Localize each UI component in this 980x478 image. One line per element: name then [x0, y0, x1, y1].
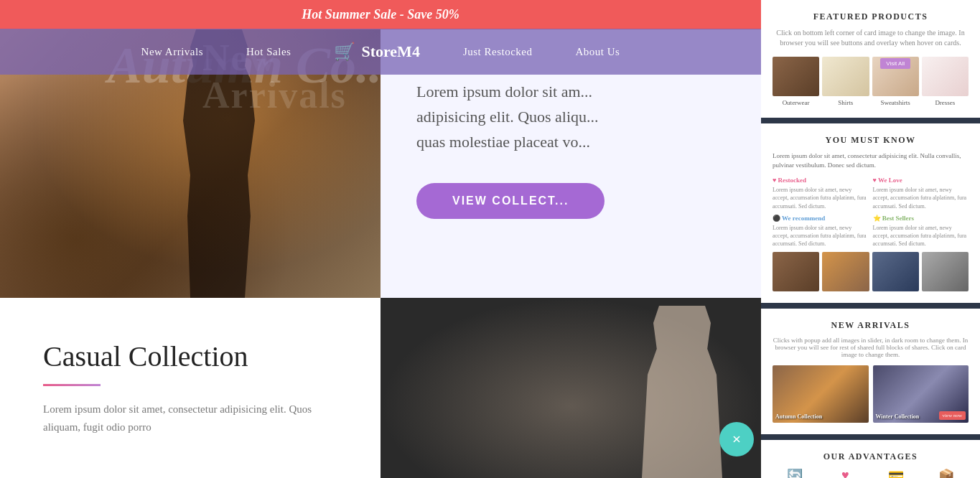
new-arrivals-panel-title: NEW ARRIVALS: [773, 320, 969, 331]
must-know-restocked-text: Lorem ipsum dolor sit amet, newy accept,…: [773, 186, 869, 210]
returns-icon: 📦: [924, 468, 969, 478]
featured-title: FEATURED PRODUCTS: [773, 11, 969, 22]
casual-collection-panel: Casual Collection Lorem ipsum dolor sit …: [0, 298, 381, 478]
must-know-recommend-label: ⚫ We recommend: [773, 215, 869, 222]
shirts-thumb: [822, 57, 869, 96]
dresses-label: Dresses: [922, 99, 969, 106]
close-button[interactable]: ×: [719, 422, 754, 456]
dresses-thumb: [922, 57, 969, 96]
credit-icon: 💳: [874, 468, 918, 478]
sweatshirts-thumb: Visit All: [872, 57, 919, 96]
bottom-section: Casual Collection Lorem ipsum dolor sit …: [0, 298, 761, 478]
must-know-we-love-text: Lorem ipsum dolor sit amet, newy accept,…: [873, 186, 969, 210]
advantage-credit: 💳 Easy CreditPayments: [874, 468, 918, 478]
delivery-icon: 🔄: [773, 468, 817, 478]
arrivals-subtitle: Clicks with popup add all images in slid…: [773, 337, 969, 358]
must-know-grid: ♥ Restocked Lorem ipsum dolor sit amet, …: [773, 177, 969, 248]
advantages-section: OUR ADVANTAGES 🔄 Free & FastDelivery ♥ W…: [761, 440, 980, 478]
must-know-images: [773, 252, 969, 291]
advantage-delivery: 🔄 Free & FastDelivery: [773, 468, 817, 478]
featured-item-outwear[interactable]: Outerwear: [773, 57, 819, 106]
must-know-we-love-label: ♥ We Love: [873, 177, 969, 184]
site-logo[interactable]: 🛒 StoreM4: [334, 42, 419, 62]
promo-text: Hot Summer Sale - Save 50%: [302, 7, 459, 22]
must-know-recommend: ⚫ We recommend Lorem ipsum dolor sit ame…: [773, 215, 869, 248]
divider: [43, 384, 101, 386]
arrivals-autumn[interactable]: Autumn Collection: [773, 365, 869, 423]
logo-text: StoreM4: [361, 42, 419, 61]
nav-new-arrivals[interactable]: New Arrivals: [141, 46, 203, 58]
view-now-button[interactable]: view now: [939, 411, 966, 420]
navbar: New Arrivals Hot Sales 🛒 StoreM4 Just Re…: [0, 29, 761, 75]
casual-collection-title: Casual Collection: [43, 339, 337, 373]
sweatshirts-label: Sweatshirts: [872, 99, 919, 106]
new-arrivals-panel-section: NEW ARRIVALS Clicks with popup add all i…: [761, 309, 980, 434]
right-panel: FEATURED PRODUCTS Click on bottom left c…: [761, 0, 980, 478]
casual-collection-text: Lorem ipsum dolor sit amet, consectetur …: [43, 400, 337, 437]
must-know-restocked-label: ♥ Restocked: [773, 177, 869, 184]
visit-all-button[interactable]: Visit All: [880, 58, 910, 69]
must-know-img-4: [922, 252, 969, 291]
featured-products-section: FEATURED PRODUCTS Click on bottom left c…: [761, 0, 980, 118]
autumn-thumb: Autumn Collection: [773, 365, 869, 423]
must-know-img-2: [822, 252, 869, 291]
advantage-returns: 📦 EasyReturns: [924, 468, 969, 478]
nav-about-us[interactable]: About Us: [575, 46, 620, 58]
must-know-best-sellers: ⭐ Best Sellers Lorem ipsum dolor sit ame…: [873, 215, 969, 248]
advantage-love: ♥ We LoveYou: [823, 468, 867, 478]
advantages-grid: 🔄 Free & FastDelivery ♥ We LoveYou 💳 Eas…: [773, 468, 969, 478]
must-know-img-3: [872, 252, 919, 291]
featured-subtitle: Click on bottom left corner of card imag…: [773, 28, 969, 48]
must-know-img-1: [773, 252, 819, 291]
nav-hot-sales[interactable]: Hot Sales: [246, 46, 291, 58]
cart-icon: 🛒: [334, 42, 355, 62]
outwear-thumb: [773, 57, 819, 96]
must-know-subtitle: Lorem ipsum dolor sit amet, consectetur …: [773, 151, 969, 169]
view-collection-button[interactable]: VIEW COLLECT...: [416, 183, 605, 219]
must-know-we-love: ♥ We Love Lorem ipsum dolor sit amet, ne…: [873, 177, 969, 210]
featured-grid: Outerwear Shirts Visit All Sweatshirts D…: [773, 57, 969, 106]
outwear-label: Outerwear: [773, 99, 819, 106]
promo-banner: Hot Summer Sale - Save 50%: [0, 0, 761, 29]
must-know-recommend-text: Lorem ipsum dolor sit amet, newy accept,…: [773, 224, 869, 248]
autumn-caption: Autumn Collection: [775, 413, 822, 420]
main-content: Hot Summer Sale - Save 50% New Arrivals …: [0, 0, 761, 478]
must-know-best-sellers-label: ⭐ Best Sellers: [873, 215, 969, 222]
must-know-best-sellers-text: Lorem ipsum dolor sit amet, newy accept,…: [873, 224, 969, 248]
featured-item-dresses[interactable]: Dresses: [922, 57, 969, 106]
hero-image-bottom-right: [381, 298, 761, 478]
winter-thumb: Winter Collection view now: [873, 365, 969, 423]
must-know-title: YOU MUST KNOW: [773, 135, 969, 146]
nav-just-restocked[interactable]: Just Restocked: [463, 46, 533, 58]
advantages-title: OUR ADVANTAGES: [773, 451, 969, 462]
shirts-label: Shirts: [822, 99, 869, 106]
winter-caption: Winter Collection: [876, 413, 920, 420]
must-know-restocked: ♥ Restocked Lorem ipsum dolor sit amet, …: [773, 177, 869, 210]
arrivals-grid: Autumn Collection Winter Collection view…: [773, 365, 969, 423]
must-know-section: YOU MUST KNOW Lorem ipsum dolor sit amet…: [761, 123, 980, 303]
love-icon: ♥: [823, 468, 867, 478]
featured-item-shirts[interactable]: Shirts: [822, 57, 869, 106]
hero-body-text: Lorem ipsum dolor sit am... adipisicing …: [416, 79, 725, 155]
person-figure-bottom: [625, 306, 739, 478]
arrivals-winter[interactable]: Winter Collection view now: [873, 365, 969, 423]
featured-item-sweatshirts[interactable]: Visit All Sweatshirts: [872, 57, 919, 106]
